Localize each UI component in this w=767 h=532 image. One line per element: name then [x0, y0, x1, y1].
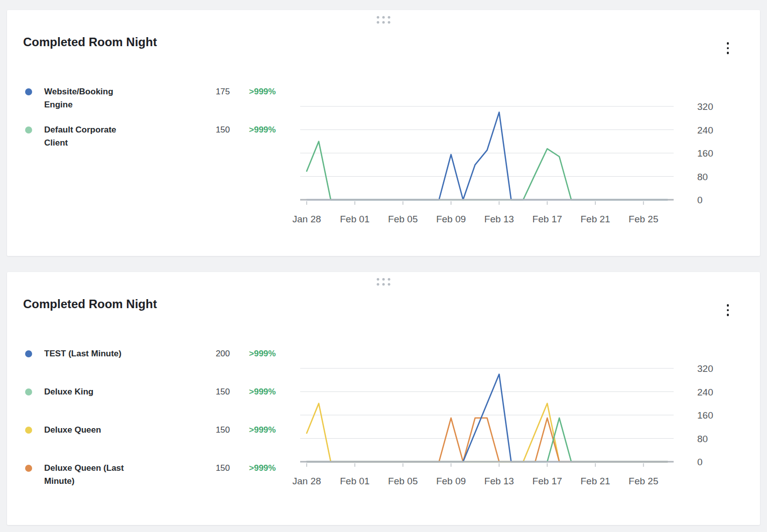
- chart-legend: Website/Booking Engine175>999%Default Co…: [23, 85, 297, 162]
- series-color-dot: [25, 427, 32, 434]
- legend-item[interactable]: Deluxe King150>999%: [23, 385, 297, 424]
- series-color-dot: [25, 388, 32, 395]
- series-change-badge: >999%: [249, 424, 276, 437]
- svg-text:240: 240: [697, 125, 713, 136]
- svg-text:Feb 09: Feb 09: [436, 476, 466, 486]
- legend-item[interactable]: TEST (Last Minute)200>999%: [23, 347, 297, 385]
- drag-handle-icon[interactable]: [375, 14, 393, 26]
- series-value: 200: [132, 347, 230, 360]
- dashboard: Completed Room Night Website/Booking Eng…: [0, 0, 767, 525]
- svg-text:80: 80: [697, 172, 708, 182]
- svg-text:320: 320: [697, 363, 713, 374]
- chart-card-completed-room-night-2: Completed Room Night TEST (Last Minute)2…: [7, 272, 760, 525]
- series-color-dot: [25, 465, 32, 472]
- svg-text:160: 160: [697, 148, 713, 159]
- legend-item[interactable]: Deluxe Queen (Last Minute)150>999%: [23, 462, 297, 500]
- svg-text:80: 80: [697, 434, 708, 444]
- svg-text:Feb 13: Feb 13: [484, 214, 514, 224]
- series-label: Deluxe Queen: [44, 424, 132, 437]
- series-value: 150: [132, 123, 230, 137]
- svg-text:Feb 25: Feb 25: [628, 476, 658, 486]
- svg-text:0: 0: [697, 195, 703, 205]
- svg-text:Feb 21: Feb 21: [580, 476, 610, 486]
- svg-text:Feb 17: Feb 17: [533, 476, 562, 486]
- svg-text:Jan 28: Jan 28: [292, 214, 321, 224]
- svg-text:Feb 01: Feb 01: [340, 476, 369, 486]
- chart-legend: TEST (Last Minute)200>999%Deluxe King150…: [23, 347, 297, 500]
- svg-text:240: 240: [697, 387, 713, 397]
- series-change-badge: >999%: [249, 385, 276, 398]
- svg-text:Feb 05: Feb 05: [388, 214, 418, 224]
- kebab-menu-icon: [727, 42, 729, 54]
- legend-item[interactable]: Default Corporate Client150>999%: [23, 123, 297, 162]
- svg-text:0: 0: [697, 457, 703, 467]
- drag-handle-icon[interactable]: [375, 276, 393, 288]
- svg-text:160: 160: [697, 410, 713, 421]
- card-title: Completed Room Night: [23, 297, 157, 311]
- legend-item[interactable]: Website/Booking Engine175>999%: [23, 85, 297, 123]
- series-label: Default Corporate Client: [44, 123, 132, 150]
- series-label: Deluxe Queen (Last Minute): [44, 462, 132, 488]
- svg-text:Feb 17: Feb 17: [533, 214, 562, 224]
- kebab-menu-icon: [727, 304, 729, 316]
- series-label: TEST (Last Minute): [44, 347, 132, 360]
- series-value: 150: [132, 462, 230, 475]
- series-value: 175: [132, 85, 230, 98]
- series-color-dot: [25, 126, 32, 134]
- svg-text:Jan 28: Jan 28: [292, 476, 321, 486]
- series-color-dot: [25, 350, 32, 357]
- series-value: 150: [132, 424, 230, 437]
- series-color-dot: [25, 88, 32, 95]
- svg-text:Feb 21: Feb 21: [580, 214, 610, 224]
- series-label: Deluxe King: [44, 385, 132, 398]
- svg-text:Feb 09: Feb 09: [436, 214, 466, 224]
- svg-text:Feb 05: Feb 05: [388, 476, 418, 486]
- series-label: Website/Booking Engine: [44, 85, 132, 111]
- series-value: 150: [132, 385, 230, 398]
- legend-item[interactable]: Deluxe Queen150>999%: [23, 424, 297, 462]
- svg-text:320: 320: [697, 101, 713, 112]
- card-title: Completed Room Night: [23, 35, 157, 49]
- chart-card-completed-room-night-1: Completed Room Night Website/Booking Eng…: [7, 10, 760, 256]
- svg-text:Feb 13: Feb 13: [484, 476, 514, 486]
- card-menu-button[interactable]: [721, 300, 735, 320]
- series-change-badge: >999%: [249, 347, 276, 360]
- series-change-badge: >999%: [249, 85, 276, 98]
- card-menu-button[interactable]: [721, 38, 735, 58]
- svg-text:Feb 01: Feb 01: [340, 214, 369, 224]
- series-change-badge: >999%: [249, 123, 276, 137]
- series-change-badge: >999%: [249, 462, 276, 475]
- svg-text:Feb 25: Feb 25: [628, 214, 658, 224]
